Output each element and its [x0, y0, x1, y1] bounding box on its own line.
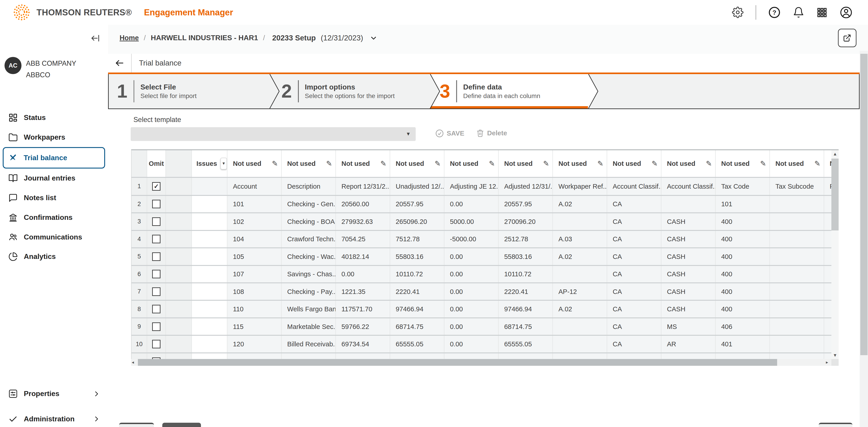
table-cell[interactable]: 97466.94: [390, 301, 444, 317]
sidebar-item-properties[interactable]: Properties: [0, 384, 108, 404]
breadcrumb-home-link[interactable]: Home: [120, 34, 139, 42]
edit-column-icon[interactable]: ✎: [760, 159, 766, 168]
table-cell[interactable]: [770, 248, 824, 265]
table-cell[interactable]: 0.00: [444, 196, 499, 212]
sidebar-item-communications[interactable]: Communications: [0, 227, 108, 247]
table-cell[interactable]: 0.00: [444, 318, 499, 335]
table-cell[interactable]: CASH: [661, 266, 716, 283]
column-mapping-header[interactable]: Not used✎: [336, 150, 390, 177]
edit-column-icon[interactable]: ✎: [272, 159, 278, 168]
table-cell[interactable]: 0.00: [444, 301, 499, 317]
edit-column-icon[interactable]: ✎: [326, 159, 332, 168]
table-cell[interactable]: [770, 336, 824, 352]
table-cell[interactable]: 400: [716, 266, 770, 283]
table-cell[interactable]: Unadjusted 12/...: [390, 178, 444, 195]
table-cell[interactable]: 115: [227, 318, 282, 335]
table-cell[interactable]: Crawford Techn...: [282, 231, 336, 248]
table-cell[interactable]: 120: [227, 336, 282, 352]
table-cell[interactable]: 265096.20: [390, 213, 444, 230]
table-cell[interactable]: Checking - Pay...: [282, 283, 336, 300]
edit-column-icon[interactable]: ✎: [489, 159, 495, 168]
table-cell[interactable]: 0.00: [444, 336, 499, 352]
table-cell[interactable]: Account Classif...: [661, 178, 716, 195]
table-cell[interactable]: [553, 318, 607, 335]
page-scrollbar[interactable]: [860, 51, 868, 427]
scroll-right-icon[interactable]: ▸: [826, 360, 828, 365]
table-cell[interactable]: CA: [607, 248, 661, 265]
table-cell[interactable]: 10110.72: [499, 266, 553, 283]
sidebar-item-notes-list[interactable]: Notes list: [0, 188, 108, 208]
table-cell[interactable]: 97466.94: [499, 301, 553, 317]
table-cell[interactable]: Adjusted 12/31/...: [499, 178, 553, 195]
table-cell[interactable]: 117571.70: [336, 301, 390, 317]
table-cell[interactable]: Adjusting JE 12...: [444, 178, 499, 195]
table-cell[interactable]: 104: [227, 231, 282, 248]
table-cell[interactable]: CA: [607, 196, 661, 212]
table-cell[interactable]: [824, 231, 832, 248]
collapse-sidebar-icon[interactable]: [90, 33, 100, 43]
apps-grid-icon[interactable]: [816, 7, 828, 18]
omit-checkbox[interactable]: [152, 252, 161, 261]
scroll-left-icon[interactable]: ◂: [132, 360, 134, 365]
table-cell[interactable]: CASH: [661, 283, 716, 300]
table-cell[interactable]: P: [824, 178, 832, 195]
table-cell[interactable]: Checking - BOA: [282, 213, 336, 230]
sidebar-item-trial-balance[interactable]: Trial balance: [3, 147, 105, 168]
table-cell[interactable]: 68714.75: [499, 318, 553, 335]
table-cell[interactable]: [824, 266, 832, 283]
table-cell[interactable]: [553, 336, 607, 352]
table-cell[interactable]: A.02: [553, 248, 607, 265]
table-cell[interactable]: 406: [716, 318, 770, 335]
table-cell[interactable]: -5000.00: [444, 231, 499, 248]
table-cell[interactable]: MS: [661, 318, 716, 335]
column-mapping-header[interactable]: Not used✎: [770, 150, 824, 177]
table-cell[interactable]: [770, 266, 824, 283]
scroll-down-icon[interactable]: ▼: [831, 353, 839, 358]
table-cell[interactable]: Tax Code: [716, 178, 770, 195]
table-cell[interactable]: CASH: [661, 301, 716, 317]
table-cell[interactable]: CASH: [661, 231, 716, 248]
column-mapping-header[interactable]: Not used✎: [390, 150, 444, 177]
edit-column-icon[interactable]: ✎: [706, 159, 712, 168]
omit-checkbox[interactable]: [152, 200, 161, 208]
column-mapping-header[interactable]: Not used✎: [444, 150, 499, 177]
table-cell[interactable]: Account: [227, 178, 282, 195]
table-cell[interactable]: [824, 196, 832, 212]
table-cell[interactable]: CA: [607, 231, 661, 248]
omit-checkbox[interactable]: [152, 270, 161, 278]
table-cell[interactable]: 0.00: [444, 266, 499, 283]
column-mapping-header[interactable]: Not used✎: [661, 150, 716, 177]
notifications-bell-icon[interactable]: [793, 6, 804, 18]
table-cell[interactable]: 55803.16: [390, 248, 444, 265]
done-button[interactable]: Done: [162, 423, 201, 427]
table-cell[interactable]: Description: [282, 178, 336, 195]
settings-gear-icon[interactable]: [732, 6, 743, 18]
column-mapping-header[interactable]: Not used✎: [499, 150, 553, 177]
table-cell[interactable]: 102: [227, 213, 282, 230]
table-cell[interactable]: 10110.72: [390, 266, 444, 283]
table-cell[interactable]: Workpaper Ref...: [553, 178, 607, 195]
grid-horizontal-scrollbar[interactable]: ◂ ▸: [131, 359, 831, 366]
table-cell[interactable]: 2220.41: [390, 283, 444, 300]
scroll-up-icon[interactable]: ▲: [831, 152, 839, 157]
open-new-window-button[interactable]: [838, 29, 857, 47]
table-cell[interactable]: 1221.35: [336, 283, 390, 300]
template-dropdown[interactable]: ▼: [131, 127, 416, 141]
column-mapping-header[interactable]: Not used✎: [824, 150, 832, 177]
table-cell[interactable]: Savings - Chas...: [282, 266, 336, 283]
table-cell[interactable]: [770, 283, 824, 300]
table-cell[interactable]: CASH: [661, 248, 716, 265]
table-cell[interactable]: 101: [227, 196, 282, 212]
sidebar-item-status[interactable]: Status: [0, 108, 108, 128]
breadcrumb-client[interactable]: HARWELL INDUSTRIES - HAR1: [151, 34, 258, 42]
table-cell[interactable]: [824, 318, 832, 335]
sidebar-item-workpapers[interactable]: Workpapers: [0, 127, 108, 147]
table-cell[interactable]: CA: [607, 336, 661, 352]
table-cell[interactable]: Tax Subcode: [770, 178, 824, 195]
table-cell[interactable]: 65555.05: [390, 336, 444, 352]
column-mapping-header[interactable]: Not used✎: [282, 150, 336, 177]
table-cell[interactable]: Marketable Sec...: [282, 318, 336, 335]
table-cell[interactable]: 110: [227, 301, 282, 317]
table-cell[interactable]: 401: [716, 336, 770, 352]
edit-column-icon[interactable]: ✎: [543, 159, 549, 168]
